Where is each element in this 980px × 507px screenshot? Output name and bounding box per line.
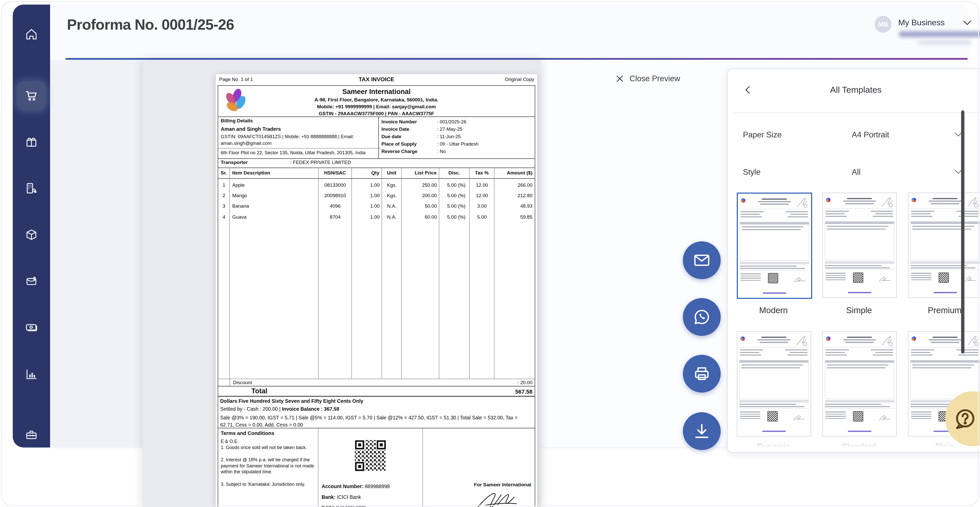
invoice-body: Sameer International A-98, First Floor, …: [218, 85, 535, 507]
sidebar-item-parties[interactable]: [25, 181, 38, 195]
table-row: 2Mango200989101.00Kgs.200.005.00 (%)12.0…: [218, 191, 535, 200]
page-title: Proforma No. 0001/25-26: [67, 16, 234, 33]
meta-row: Place of Supply: 09 - Uttar Pradesh: [382, 141, 478, 147]
copy-label: Original Copy: [505, 76, 534, 82]
print-icon: [693, 364, 711, 383]
company-address: A-98, First Floor, Bangalore, Karnataka,…: [218, 97, 535, 103]
company-header: Sameer International A-98, First Floor, …: [218, 86, 535, 117]
company-icon: [25, 181, 38, 195]
template-thumb-premium[interactable]: [908, 192, 980, 298]
send-email-button[interactable]: [683, 242, 721, 279]
company-logo: [220, 87, 250, 114]
total-row: Total 567.58: [218, 386, 535, 397]
meta-row: Invoice Date: 27-May-25: [382, 126, 462, 132]
table-row: 1Apple081330001.00Kgs.250.005.00 (%)12.0…: [218, 180, 535, 190]
business-selector[interactable]: MB My Business: [875, 14, 972, 50]
template-label: Simple: [822, 305, 896, 315]
paper-size-row: Paper Size A4 Portrait: [728, 128, 980, 143]
panel-divider: [734, 112, 978, 113]
paper-size-select[interactable]: A4 Portrait: [852, 130, 889, 140]
signature-for: For Sameer International: [474, 482, 531, 488]
signature: [471, 491, 525, 507]
paper-size-label: Paper Size: [743, 130, 782, 140]
terms-line: E & O.E: [221, 439, 314, 445]
style-row: Style All: [728, 165, 980, 181]
signature-column: For Sameer International: [423, 428, 535, 507]
style-label: Style: [743, 168, 760, 177]
style-select[interactable]: All: [852, 168, 861, 177]
sidebar-item-products[interactable]: [25, 135, 38, 148]
items-table-body: 1Apple081330001.00Kgs.250.005.00 (%)12.0…: [218, 179, 535, 379]
billing-section: Billing Details Aman and Singh Traders G…: [218, 116, 535, 159]
documents-icon: [25, 275, 38, 288]
home-icon: [25, 28, 38, 41]
template-label: Premium: [908, 305, 980, 315]
panel-title: All Templates: [728, 85, 980, 95]
print-button[interactable]: [683, 355, 721, 393]
whatsapp-icon: [693, 308, 711, 326]
items-table-header: Sr. Item Description HSN/SAC Qty Unit Li…: [218, 168, 535, 179]
package-icon: [25, 228, 38, 242]
template-thumb-simple[interactable]: [822, 192, 897, 298]
sidebar-item-sales[interactable]: [25, 89, 38, 102]
redacted-detail: [918, 41, 972, 45]
qr-code: [354, 439, 387, 472]
table-row: 3Banana40961.00N.A.50.005.00 (%)3.0048.9…: [218, 201, 535, 211]
discount-row: Discount - 20.00: [218, 379, 535, 386]
sidebar: [13, 5, 50, 448]
header-divider: [65, 58, 968, 60]
sidebar-item-payments[interactable]: [25, 321, 38, 334]
meta-row: Invoice Number: 001/2025-26: [382, 119, 466, 125]
template-thumb-standard[interactable]: [822, 331, 897, 437]
terms-line: 1. Goods once sold will not be taken bac…: [221, 445, 314, 451]
company-name: Sameer International: [218, 86, 535, 96]
billing-heading: Billing Details: [221, 118, 253, 124]
billing-details: Billing Details Aman and Singh Traders G…: [218, 116, 379, 158]
sidebar-item-home[interactable]: [25, 28, 38, 41]
billing-contact: GSTIN: 09AAFCT0145B1ZS | Mobile: +91 888…: [221, 134, 374, 146]
template-label: Modern: [737, 305, 810, 315]
terms-column: Terms and Conditions E & O.E 1. Goods on…: [218, 428, 318, 507]
terms-line: 3. Subject to 'Karnataka' Jurisdiction o…: [221, 482, 314, 488]
download-icon: [693, 422, 711, 440]
chevron-down-icon: [963, 20, 972, 27]
sidebar-item-documents[interactable]: [25, 275, 38, 288]
close-icon: [616, 75, 624, 83]
sidebar-item-reports[interactable]: [25, 368, 38, 381]
email-icon: [693, 251, 711, 269]
sidebar-item-utilities[interactable]: [25, 428, 38, 442]
close-preview-label: Close Preview: [630, 74, 680, 83]
invoice-top-strip: Page No. 1 of 1 TAX INVOICE Original Cop…: [218, 76, 535, 85]
amount-summary: Dollars Five Hundred Sixty Seven and Fif…: [218, 397, 535, 428]
template-thumb-modern[interactable]: [737, 192, 812, 299]
table-row: 4Guava87041.00N.A.60.005.00 (%)5.0059.85: [218, 212, 535, 222]
share-whatsapp-button[interactable]: [683, 298, 721, 336]
panel-scrollbar[interactable]: [961, 110, 964, 353]
bank-column: Account Number: 889988998 Bank: ICICI Ba…: [318, 428, 423, 507]
toolbox-icon: [25, 428, 38, 442]
meta-row: Due date: 11-Jun-25: [382, 134, 461, 140]
app-window: Proforma No. 0001/25-26 MB My Business C…: [0, 0, 980, 507]
invoice-footer: Terms and Conditions E & O.E 1. Goods on…: [218, 428, 535, 507]
reports-icon: [25, 368, 38, 381]
invoice-preview: Page No. 1 of 1 TAX INVOICE Original Cop…: [215, 74, 538, 507]
terms-line: 2. Interest @ 18% p.a. will be charged i…: [221, 457, 314, 475]
bank-name: Bank: ICICI Bank: [321, 494, 361, 500]
payments-icon: [25, 321, 38, 334]
sidebar-item-inventory[interactable]: [25, 228, 38, 242]
avatar: MB: [875, 16, 892, 33]
template-thumb-dynamic[interactable]: [737, 331, 811, 437]
meta-row: Reverse Charge: No: [382, 149, 446, 154]
terms-heading: Terms and Conditions: [221, 431, 274, 436]
cart-icon: [25, 89, 38, 102]
settled-line: Settled by - Cash : 200.00 | Invoice Bal…: [220, 406, 339, 412]
help-chat-icon: [953, 407, 977, 431]
business-name: My Business: [898, 18, 945, 27]
tax-summary: Sale @3% = 190.00, IGST = 5.71 | Sale @5…: [220, 414, 532, 428]
redacted-email: [899, 31, 980, 37]
billing-party-name: Aman and Singh Traders: [221, 126, 281, 132]
close-preview-button[interactable]: Close Preview: [616, 70, 713, 87]
download-button[interactable]: [683, 412, 721, 450]
gift-icon: [25, 135, 38, 148]
template-label: Standard: [822, 442, 896, 451]
